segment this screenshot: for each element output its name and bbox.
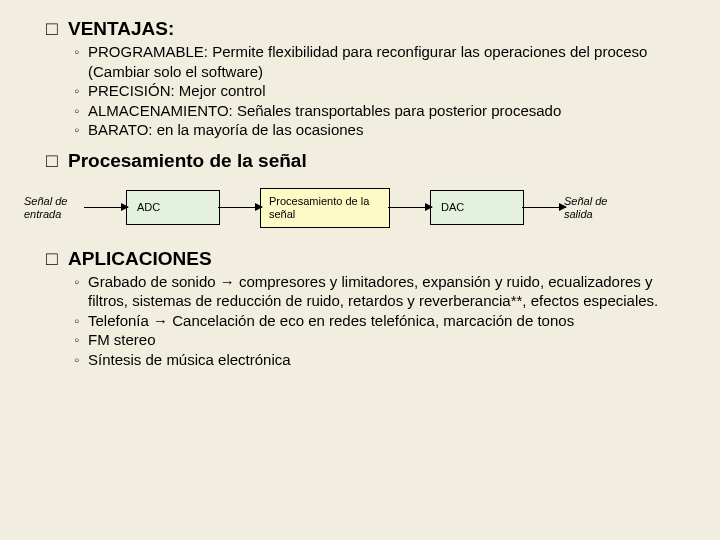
- slide: VENTAJAS: PROGRAMABLE: Permite flexibili…: [0, 0, 720, 389]
- aplicaciones-list: Grabado de sonido → compresores y limita…: [74, 272, 696, 370]
- list-item: Grabado de sonido → compresores y limita…: [74, 272, 696, 311]
- list-item: PROGRAMABLE: Permite flexibilidad para r…: [74, 42, 696, 81]
- dac-block: DAC: [430, 190, 524, 225]
- list-item: BARATO: en la mayoría de las ocasiones: [74, 120, 696, 140]
- arrow-icon: [388, 207, 432, 208]
- input-label: Señal de entrada: [24, 195, 86, 221]
- arrow-icon: [522, 207, 566, 208]
- list-item: ALMACENAMIENTO: Señales transportables p…: [74, 101, 696, 121]
- ventajas-list: PROGRAMABLE: Permite flexibilidad para r…: [74, 42, 696, 140]
- list-item: FM stereo: [74, 330, 696, 350]
- arrow-icon: [218, 207, 262, 208]
- ventajas-heading: VENTAJAS:: [68, 18, 696, 40]
- procesamiento-heading: Procesamiento de la señal: [68, 150, 696, 172]
- processing-block: Procesamiento de la señal: [260, 188, 390, 228]
- list-item: PRECISIÓN: Mejor control: [74, 81, 696, 101]
- adc-block: ADC: [126, 190, 220, 225]
- list-item: Síntesis de música electrónica: [74, 350, 696, 370]
- output-label: Señal de salida: [564, 195, 626, 221]
- arrow-icon: [84, 207, 128, 208]
- aplicaciones-heading: APLICACIONES: [68, 248, 696, 270]
- list-item: Telefonía → Cancelación de eco en redes …: [74, 311, 696, 331]
- signal-flow-diagram: Señal de entrada ADC Procesamiento de la…: [24, 188, 696, 228]
